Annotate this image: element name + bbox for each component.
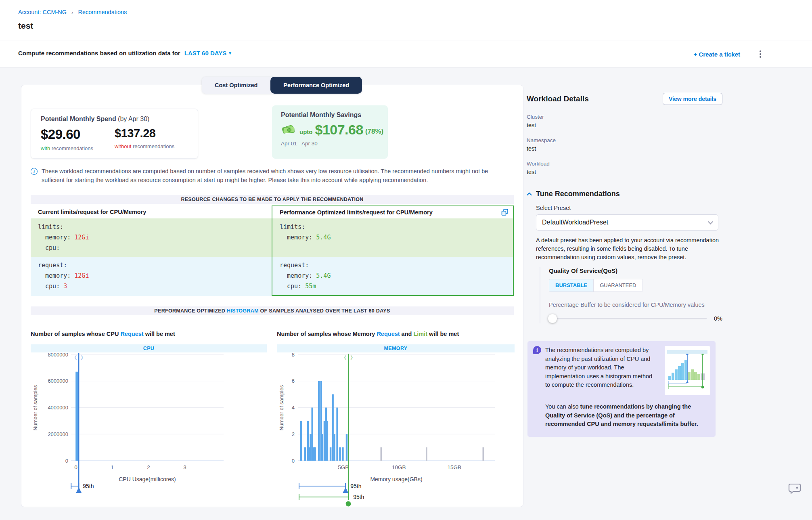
- buffer-value: 0%: [714, 315, 722, 322]
- create-ticket-button[interactable]: + Create a ticket: [694, 51, 740, 58]
- content-area: Cost Optimized Performance Optimized Pot…: [0, 68, 812, 520]
- svg-text:2000000: 2000000: [48, 431, 68, 437]
- buffer-label: Percentage Buffer to be considered for C…: [549, 302, 722, 308]
- current-request-code: request: memory: 12Gi cpu: 3: [31, 257, 272, 296]
- advisory-note: i These workload recommendations are com…: [31, 167, 514, 185]
- view-more-details-button[interactable]: View more details: [663, 93, 722, 105]
- savings-card-title: Potential Monthly Savings: [281, 111, 379, 119]
- copy-icon[interactable]: [501, 209, 509, 217]
- cpu-chart-header: CPU: [31, 344, 267, 352]
- cpu-histogram-chart[interactable]: 020000004000000600000080000000123CPU Usa…: [31, 352, 267, 511]
- svg-text:8: 8: [292, 352, 295, 358]
- buffer-slider[interactable]: [549, 318, 707, 319]
- svg-text:8000000: 8000000: [48, 352, 68, 358]
- workload-field: Workload test: [527, 161, 722, 175]
- tune-recommendations-toggle[interactable]: Tune Recommendations: [527, 190, 722, 198]
- optimized-resources-panel: Performance Optimized limits/request for…: [272, 205, 514, 296]
- svg-text:》: 》: [350, 355, 355, 361]
- potential-monthly-spend-card: Potential Monthly Spend (by Apr 30) $29.…: [31, 109, 198, 159]
- svg-text:15GB: 15GB: [447, 464, 461, 470]
- recommendations-page: Account: CCM-NG › Recommendations test C…: [0, 0, 812, 520]
- recommendation-card: Potential Monthly Spend (by Apr 30) $29.…: [21, 85, 523, 507]
- chevron-down-icon: ▾: [229, 50, 231, 56]
- chevron-up-icon: [527, 192, 532, 196]
- page-title: test: [18, 21, 33, 31]
- svg-text:0: 0: [65, 458, 68, 464]
- info-bubble-icon: i: [533, 346, 541, 354]
- utilization-label: Compute recommendations based on utiliza…: [18, 50, 180, 57]
- svg-text:《: 《: [341, 355, 346, 361]
- chat-icon[interactable]: [786, 480, 804, 497]
- breadcrumb-recommendations-link[interactable]: Recommendations: [78, 9, 127, 15]
- svg-text:2: 2: [147, 464, 150, 470]
- optimized-request-code: request: memory: 5.4G cpu: 55m: [272, 257, 513, 295]
- spend-card-title: Potential Monthly Spend (by Apr 30): [41, 115, 188, 123]
- svg-text:《: 《: [72, 355, 77, 361]
- svg-text:4: 4: [292, 405, 295, 411]
- savings-upto-label: upto: [299, 128, 312, 135]
- select-preset-label: Select Preset: [536, 205, 722, 211]
- resource-changes-strip: RESOURCE CHANGES TO BE MADE TO APPLY THE…: [31, 195, 514, 204]
- svg-text:0: 0: [74, 464, 77, 470]
- buffer-slider-thumb[interactable]: [548, 314, 557, 323]
- optimization-tabs: Cost Optimized Performance Optimized: [202, 77, 362, 94]
- savings-period: Apr 01 - Apr 30: [281, 140, 379, 147]
- info-box-text: The recommendations are computed by anal…: [545, 346, 655, 395]
- svg-text:1: 1: [111, 464, 114, 470]
- svg-text:》: 》: [81, 355, 86, 361]
- divider: [104, 128, 104, 150]
- qos-toggle: BURSTABLE GUARANTEED: [549, 279, 643, 292]
- current-limits-code: limits: memory: 12Gi cpu:: [31, 218, 272, 257]
- svg-text:CPU Usage(millicores): CPU Usage(millicores): [119, 476, 176, 482]
- spend-without-recommendations-value: $137.28: [115, 127, 174, 140]
- memory-chart-header: MEMORY: [277, 344, 515, 352]
- workload-details-title: Workload Details: [527, 94, 589, 103]
- savings-value: $107.68: [315, 122, 363, 138]
- page-header: Account: CCM-NG › Recommendations test: [0, 0, 812, 40]
- svg-text:95th: 95th: [350, 483, 361, 489]
- svg-text:2: 2: [292, 431, 295, 437]
- svg-text:6000000: 6000000: [48, 378, 68, 384]
- potential-monthly-savings-card: Potential Monthly Savings upto $107.68 (…: [272, 105, 388, 159]
- time-range-select[interactable]: LAST 60 DAYS ▾: [184, 50, 231, 57]
- svg-text:5GB: 5GB: [338, 464, 349, 470]
- qos-option-burstable[interactable]: BURSTABLE: [549, 279, 594, 291]
- spend-with-recommendations-label: with recommendations: [41, 145, 93, 151]
- histogram-strip: PERFORMANCE OPTIMIZED HISTOGRAM OF SAMPL…: [31, 306, 514, 315]
- svg-text:6: 6: [292, 378, 295, 384]
- current-resources-header: Current limits/request for CPU/Memory: [31, 205, 272, 218]
- cpu-chart-caption: Number of samples whose CPU Request will…: [31, 331, 175, 337]
- optimized-limits-code: limits: memory: 5.4G: [272, 218, 513, 257]
- breadcrumb-account-link[interactable]: Account: CCM-NG: [18, 9, 67, 15]
- memory-chart-caption: Number of samples whose Memory Request a…: [277, 331, 459, 337]
- savings-percent: (78%): [365, 128, 383, 136]
- advisory-text: These workload recommendations are compu…: [42, 167, 510, 185]
- svg-text:Number of samples: Number of samples: [278, 385, 285, 430]
- memory-histogram-chart[interactable]: 024685GB10GB15GBMemory usage(GBs)Number …: [277, 352, 515, 511]
- qos-label: Quality Of Service(QoS): [549, 267, 722, 274]
- svg-text:3: 3: [183, 464, 186, 470]
- spend-without-recommendations-label: without recommendations: [115, 143, 174, 149]
- current-resources-panel: Current limits/request for CPU/Memory li…: [31, 205, 272, 296]
- svg-text:95th: 95th: [353, 494, 364, 500]
- optimized-resources-header: Performance Optimized limits/request for…: [272, 206, 513, 218]
- money-icon: [281, 123, 296, 137]
- preset-note: A default preset has been applied to you…: [536, 236, 723, 262]
- info-box-text-2: You can also tune recommendations by cha…: [545, 403, 707, 429]
- preset-select[interactable]: DefaultWorkloadPreset: [536, 214, 718, 231]
- svg-text:4000000: 4000000: [48, 405, 68, 411]
- info-icon: i: [31, 168, 38, 175]
- kebab-menu-icon[interactable]: [757, 48, 764, 60]
- tune-recommendations-section: Tune Recommendations Select Preset Defau…: [527, 190, 722, 323]
- spend-with-recommendations-value: $29.60: [41, 127, 93, 142]
- tab-performance-optimized[interactable]: Performance Optimized: [270, 77, 362, 94]
- recommendation-info-box: i The recommendations are computed by an…: [527, 341, 716, 437]
- svg-text:95th: 95th: [83, 483, 94, 489]
- tab-cost-optimized[interactable]: Cost Optimized: [202, 77, 270, 94]
- qos-option-guaranteed[interactable]: GUARANTEED: [594, 279, 642, 291]
- workload-details-panel: Workload Details View more details Clust…: [527, 93, 722, 437]
- svg-text:0: 0: [292, 458, 295, 464]
- chevron-down-icon: [708, 219, 713, 224]
- toolbar: Compute recommendations based on utiliza…: [0, 41, 812, 68]
- histogram-thumbnail: [665, 346, 710, 395]
